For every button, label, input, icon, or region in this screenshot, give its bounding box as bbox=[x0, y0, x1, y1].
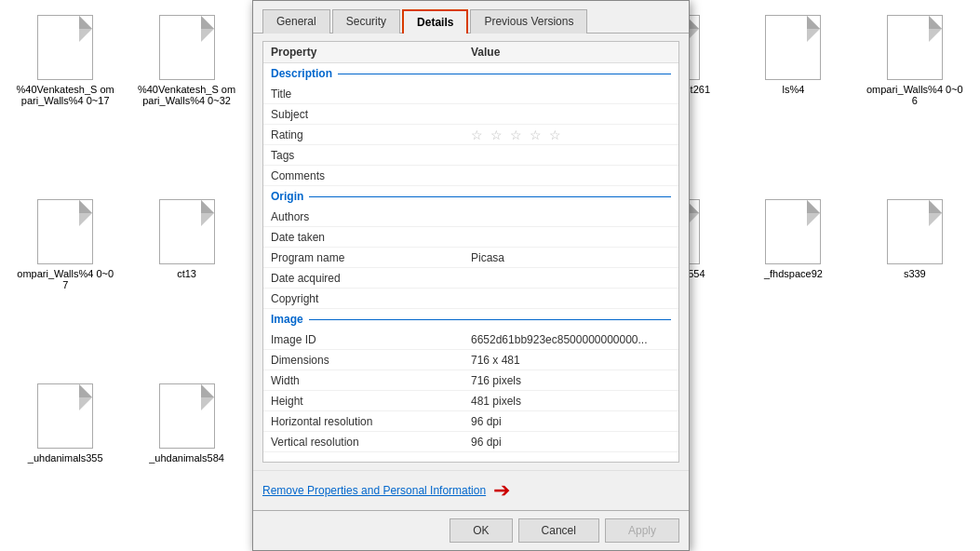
prop-authors-name: Authors bbox=[271, 210, 471, 223]
prop-comments-name: Comments bbox=[271, 169, 471, 182]
prop-imageid-name: Image ID bbox=[271, 333, 471, 346]
table-row: Width 716 pixels bbox=[263, 370, 678, 391]
table-row: Subject bbox=[263, 104, 678, 125]
section-description: Description bbox=[263, 63, 678, 84]
table-row: Vertical resolution 96 dpi bbox=[263, 432, 678, 452]
prop-hres-value: 96 dpi bbox=[471, 415, 671, 428]
section-origin: Origin bbox=[263, 186, 678, 207]
section-description-label: Description bbox=[271, 67, 332, 80]
section-image-label: Image bbox=[271, 313, 303, 326]
prop-programname-name: Program name bbox=[271, 251, 471, 264]
prop-vres-name: Vertical resolution bbox=[271, 436, 471, 449]
properties-table: Property Value Description Title bbox=[262, 41, 679, 463]
prop-copyright-name: Copyright bbox=[271, 292, 471, 305]
prop-vres-value: 96 dpi bbox=[471, 436, 671, 449]
dialog-content: Property Value Description Title bbox=[253, 34, 689, 470]
section-line bbox=[309, 319, 671, 320]
prop-width-value: 716 pixels bbox=[471, 374, 671, 387]
prop-rating-name: Rating bbox=[271, 128, 471, 141]
table-row: Horizontal resolution 96 dpi bbox=[263, 411, 678, 432]
prop-subject-name: Subject bbox=[271, 108, 471, 121]
table-row: Program name Picasa bbox=[263, 248, 678, 268]
properties-dialog: General Security Details Previous Versio… bbox=[252, 0, 690, 551]
apply-button[interactable]: Apply bbox=[605, 518, 679, 543]
table-row: Date acquired bbox=[263, 268, 678, 289]
table-row: Title bbox=[263, 84, 678, 104]
table-row: Rating ☆ ☆ ☆ ☆ ☆ bbox=[263, 125, 678, 145]
col-value-header: Value bbox=[471, 46, 671, 59]
cancel-button[interactable]: Cancel bbox=[518, 518, 599, 543]
tab-bar: General Security Details Previous Versio… bbox=[253, 1, 689, 34]
arrow-right-icon: ➔ bbox=[493, 478, 510, 503]
section-line bbox=[338, 74, 671, 74]
section-image: Image bbox=[263, 309, 678, 329]
tab-previous-versions[interactable]: Previous Versions bbox=[470, 9, 587, 34]
prop-width-name: Width bbox=[271, 374, 471, 387]
section-line bbox=[309, 196, 671, 197]
properties-scroll[interactable]: Description Title Subject Rating ☆ ☆ ☆ ☆… bbox=[263, 63, 678, 462]
remove-link-row: Remove Properties and Personal Informati… bbox=[253, 470, 689, 510]
table-row: Image ID 6652d61bb923ec8500000000000... bbox=[263, 329, 678, 350]
prop-title-name: Title bbox=[271, 87, 471, 101]
table-header: Property Value bbox=[263, 42, 678, 63]
prop-dateacquired-name: Date acquired bbox=[271, 272, 471, 285]
table-row: Tags bbox=[263, 145, 678, 166]
table-row: Comments bbox=[263, 166, 678, 186]
table-row: Copyright bbox=[263, 289, 678, 309]
prop-imageid-value: 6652d61bb923ec8500000000000... bbox=[471, 333, 671, 346]
ok-button[interactable]: OK bbox=[450, 518, 512, 543]
dialog-overlay: General Security Details Previous Versio… bbox=[0, 0, 980, 551]
tab-details[interactable]: Details bbox=[402, 9, 468, 34]
prop-dimensions-name: Dimensions bbox=[271, 354, 471, 367]
dialog-buttons: OK Cancel Apply bbox=[253, 510, 689, 550]
prop-tags-name: Tags bbox=[271, 149, 471, 162]
prop-hres-name: Horizontal resolution bbox=[271, 415, 471, 428]
prop-datetaken-name: Date taken bbox=[271, 231, 471, 244]
table-row: Height 481 pixels bbox=[263, 391, 678, 411]
table-row: Authors bbox=[263, 207, 678, 227]
prop-height-value: 481 pixels bbox=[471, 395, 671, 408]
table-row: Dimensions 716 x 481 bbox=[263, 350, 678, 370]
remove-properties-link[interactable]: Remove Properties and Personal Informati… bbox=[262, 484, 486, 497]
tab-security[interactable]: Security bbox=[332, 9, 400, 34]
col-property-header: Property bbox=[271, 46, 471, 59]
prop-height-name: Height bbox=[271, 395, 471, 408]
table-row: Date taken bbox=[263, 227, 678, 248]
tab-general[interactable]: General bbox=[262, 9, 330, 34]
section-origin-label: Origin bbox=[271, 190, 303, 203]
prop-dimensions-value: 716 x 481 bbox=[471, 354, 671, 367]
prop-rating-value: ☆ ☆ ☆ ☆ ☆ bbox=[471, 128, 671, 142]
prop-programname-value: Picasa bbox=[471, 251, 671, 264]
